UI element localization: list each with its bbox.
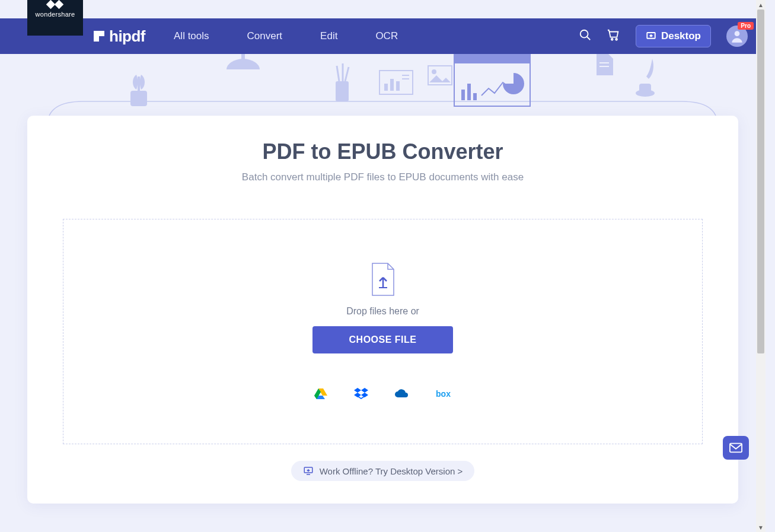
scrollbar-down-button[interactable]: ▼ (756, 523, 766, 532)
file-dropzone[interactable]: Drop files here or CHOOSE FILE box (63, 219, 703, 444)
desktop-button[interactable]: Desktop (636, 25, 711, 47)
dropbox-icon[interactable] (354, 387, 368, 401)
svg-point-20 (432, 69, 436, 74)
hipdf-mark-icon (94, 31, 104, 42)
svg-rect-16 (396, 81, 400, 91)
svg-line-1 (587, 37, 591, 40)
mail-icon (729, 442, 742, 453)
nav-link-edit[interactable]: Edit (320, 30, 337, 42)
svg-rect-29 (639, 84, 651, 93)
scrollbar-up-button[interactable]: ▲ (756, 0, 766, 9)
svg-rect-30 (379, 287, 387, 288)
svg-rect-26 (599, 62, 609, 63)
nav-links: All tools Convert Edit OCR (174, 30, 398, 42)
svg-rect-22 (454, 54, 530, 63)
hipdf-logo[interactable]: hipdf (94, 27, 145, 46)
svg-rect-8 (241, 54, 245, 60)
onedrive-icon[interactable] (394, 387, 409, 401)
svg-rect-14 (384, 84, 388, 91)
wondershare-logo-icon (47, 0, 63, 8)
pro-badge: Pro (738, 22, 754, 30)
svg-rect-15 (390, 79, 394, 91)
svg-rect-24 (467, 84, 471, 100)
box-icon[interactable]: box (435, 387, 452, 401)
contact-mail-button[interactable] (723, 436, 749, 460)
svg-rect-9 (336, 81, 349, 101)
hipdf-label: hipdf (109, 27, 145, 46)
svg-rect-7 (138, 77, 140, 92)
svg-point-3 (615, 39, 617, 40)
nav-link-ocr[interactable]: OCR (375, 30, 398, 42)
svg-line-12 (345, 67, 349, 81)
offline-pill[interactable]: Work Offline? Try Desktop Version > (291, 461, 475, 481)
drop-text: Drop files here or (346, 306, 419, 317)
choose-file-button[interactable]: CHOOSE FILE (312, 326, 454, 353)
svg-rect-13 (379, 71, 413, 94)
cloud-sources-row: box (314, 387, 452, 401)
svg-rect-6 (130, 91, 147, 106)
download-icon (646, 31, 656, 42)
scrollbar-thumb[interactable] (757, 9, 764, 353)
svg-rect-27 (599, 66, 609, 67)
download-desktop-icon (303, 466, 314, 476)
svg-line-10 (337, 66, 339, 81)
svg-rect-21 (454, 54, 530, 106)
top-nav: hipdf All tools Convert Edit OCR Desktop… (0, 18, 766, 54)
svg-point-0 (581, 30, 588, 38)
search-icon[interactable] (579, 28, 592, 44)
offline-pill-label: Work Offline? Try Desktop Version > (320, 466, 463, 476)
cart-icon[interactable] (607, 28, 620, 44)
nav-link-all-tools[interactable]: All tools (174, 30, 209, 42)
desktop-button-label: Desktop (661, 30, 701, 42)
nav-right: Desktop Pro (579, 25, 748, 47)
svg-rect-25 (473, 93, 477, 100)
avatar[interactable]: Pro (726, 26, 748, 47)
vertical-scrollbar[interactable]: ▲ ▼ (756, 0, 766, 532)
converter-card: PDF to EPUB Converter Batch convert mult… (27, 116, 738, 504)
decorative-strip (0, 54, 766, 119)
wondershare-brand-block[interactable]: wondershare (27, 0, 83, 36)
nav-link-convert[interactable]: Convert (247, 30, 283, 42)
svg-rect-19 (428, 66, 452, 85)
page-subtitle: Batch convert multiple PDF files to EPUB… (63, 171, 703, 183)
google-drive-icon[interactable] (314, 387, 328, 401)
wondershare-label: wondershare (36, 11, 75, 18)
page-title: PDF to EPUB Converter (63, 139, 703, 164)
svg-point-5 (735, 31, 740, 36)
user-icon (729, 28, 745, 44)
svg-point-28 (636, 90, 655, 97)
svg-rect-33 (730, 444, 742, 453)
svg-rect-23 (461, 90, 465, 100)
svg-point-2 (611, 39, 613, 40)
upload-file-icon (369, 262, 397, 297)
